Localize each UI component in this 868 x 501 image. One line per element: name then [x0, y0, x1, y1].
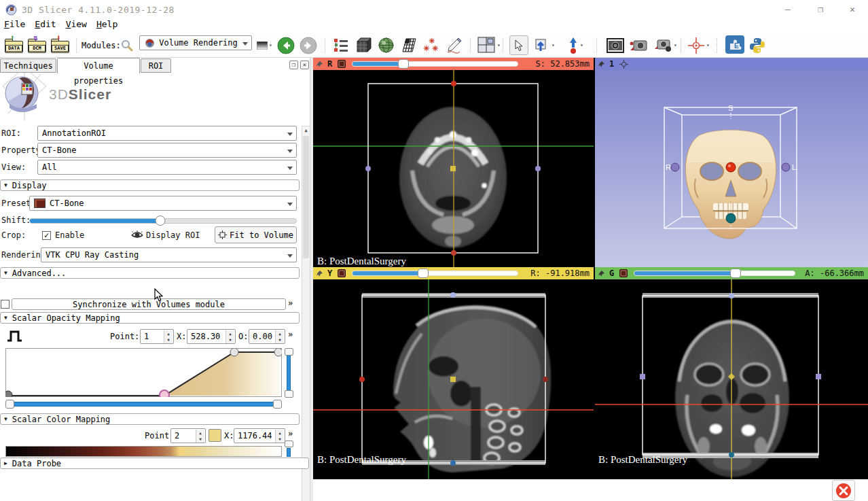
yellow-slice-slider-handle[interactable]: [418, 269, 429, 278]
roi-handle-top[interactable]: [729, 293, 734, 298]
pushpin-icon[interactable]: [316, 61, 323, 68]
markups-module-button[interactable]: ✳✳✳: [423, 35, 441, 55]
tf-point-1-selected[interactable]: [160, 390, 169, 397]
red-slice-slider-handle[interactable]: [398, 59, 409, 69]
units-button[interactable]: ▾: [568, 35, 583, 55]
roi-handle-bottom[interactable]: [450, 460, 456, 466]
slice-link-icon[interactable]: [619, 269, 628, 277]
roi-handle-left[interactable]: [640, 374, 645, 379]
rendering-combobox[interactable]: VTK CPU Ray Casting: [41, 247, 297, 262]
color-section-header[interactable]: ▼Scalar Color Mapping: [0, 413, 300, 425]
menu-view[interactable]: View: [66, 19, 87, 29]
roi-handle-bottom[interactable]: [729, 452, 734, 457]
roi-3d-handle-right[interactable]: [671, 163, 679, 171]
pushpin-icon[interactable]: [598, 61, 605, 68]
module-selector[interactable]: Volume Rendering: [139, 35, 252, 50]
tf-point-0[interactable]: [5, 391, 12, 397]
maximize-button[interactable]: ❒: [810, 4, 831, 15]
red-slice-view[interactable]: [313, 70, 594, 267]
opacity-vrange-handle-top[interactable]: [285, 348, 293, 356]
roi-3d-handle-bottom[interactable]: [726, 213, 736, 223]
minimize-button[interactable]: —: [778, 4, 798, 15]
tab-roi[interactable]: ROI: [141, 58, 171, 73]
roi-handle-center[interactable]: [450, 377, 456, 382]
roi-combobox[interactable]: AnnotationROI: [37, 126, 297, 141]
extensions-manager-button[interactable]: E: [725, 35, 744, 54]
sync-volumes-button[interactable]: Synchronize with Volumes module: [12, 298, 286, 310]
panel-undock-button[interactable]: ❐: [289, 61, 298, 69]
models-module-button[interactable]: [378, 35, 395, 55]
menu-file[interactable]: File: [4, 19, 25, 29]
history-forward-button[interactable]: [300, 35, 317, 55]
roi-handle-left[interactable]: [365, 166, 371, 171]
color-x-spinbox[interactable]: 1176.44▲▼: [234, 428, 285, 443]
data-probe-header[interactable]: ▶Data Probe: [0, 457, 309, 469]
sync-expand-button[interactable]: »: [288, 298, 293, 308]
opacity-o-spinbox[interactable]: 0.00▲▼: [249, 329, 285, 344]
roi-handle-left[interactable]: [359, 377, 365, 382]
roi-3d-handle-front[interactable]: [726, 162, 736, 172]
advanced-section-header[interactable]: ▼Advanced...: [0, 267, 300, 279]
data-module-button[interactable]: [355, 35, 372, 55]
roi-handle-top[interactable]: [451, 81, 456, 86]
opacity-transfer-chart[interactable]: [5, 348, 282, 397]
tf-point-3[interactable]: [274, 348, 282, 356]
opacity-expand-button[interactable]: »: [288, 330, 293, 339]
tab-techniques[interactable]: Techniques: [0, 58, 56, 73]
sync-volumes-checkbox[interactable]: [1, 300, 10, 309]
opacity-vrange-slider[interactable]: [285, 348, 293, 398]
module-history-button[interactable]: ▾: [257, 35, 272, 55]
threed-view[interactable]: S R L: [595, 70, 868, 267]
opacity-point-spinbox[interactable]: 1▲▼: [140, 329, 174, 344]
green-slice-view[interactable]: [595, 279, 868, 479]
transform-mode-button[interactable]: ▾: [534, 35, 555, 55]
python-console-button[interactable]: [748, 35, 766, 55]
close-button[interactable]: ✕: [842, 4, 863, 15]
roi-handle-center[interactable]: [450, 166, 456, 171]
opacity-hrange-handle-right[interactable]: [273, 400, 282, 409]
subject-hierarchy-button[interactable]: [333, 35, 349, 55]
roi-handle-bottom[interactable]: [451, 250, 456, 256]
display-section-header[interactable]: ▼Display: [0, 179, 300, 191]
shift-slider[interactable]: [29, 218, 297, 224]
yellow-slice-view[interactable]: [313, 279, 594, 479]
tf-point-2[interactable]: [230, 348, 238, 356]
menu-help[interactable]: Help: [96, 19, 117, 29]
roi-handle-right[interactable]: [535, 166, 541, 171]
center-view-icon[interactable]: [619, 60, 628, 69]
module-search-button[interactable]: [121, 35, 133, 55]
transforms-module-button[interactable]: [401, 35, 418, 55]
load-data-button[interactable]: ⬆ DATA: [4, 35, 24, 55]
opacity-x-spinbox[interactable]: 528.30▲▼: [187, 329, 236, 344]
color-swatch-button[interactable]: [209, 429, 221, 442]
opacity-section-header[interactable]: ▼Scalar Opacity Mapping: [0, 312, 300, 324]
display-roi-eye-icon[interactable]: [131, 230, 143, 240]
layout-button[interactable]: ▾: [477, 35, 501, 55]
opacity-hrange-handle-left[interactable]: [5, 400, 14, 409]
preset-combobox[interactable]: CT-Bone: [29, 196, 297, 211]
panel-close-button[interactable]: ✕: [300, 61, 309, 69]
fit-to-volume-button[interactable]: Fit to Volume: [215, 226, 297, 243]
notification-close-button[interactable]: [832, 480, 855, 501]
crosshair-button[interactable]: ▾: [687, 35, 710, 55]
color-vrange-slider[interactable]: [285, 440, 293, 457]
screenshot-button[interactable]: [607, 35, 624, 55]
pushpin-icon[interactable]: [598, 270, 605, 277]
roi-handle-right[interactable]: [816, 374, 821, 379]
green-slice-slider[interactable]: [634, 271, 795, 276]
slice-link-icon[interactable]: [338, 60, 346, 68]
red-slice-slider[interactable]: [352, 61, 518, 67]
scene-view-restore-button[interactable]: ▾: [653, 35, 677, 55]
scene-view-button[interactable]: [629, 35, 648, 55]
color-gradient-bar[interactable]: [5, 446, 282, 457]
slice-link-icon[interactable]: [338, 269, 346, 277]
save-button[interactable]: ⬇ SAVE: [50, 35, 71, 55]
roi-handle-top[interactable]: [450, 292, 456, 298]
view-combobox[interactable]: All: [37, 160, 297, 175]
shift-slider-handle[interactable]: [156, 215, 166, 226]
opacity-hrange-slider[interactable]: [5, 400, 282, 409]
property-combobox[interactable]: CT-Bone: [37, 143, 297, 158]
roi-handle-right[interactable]: [543, 377, 548, 382]
green-slice-slider-handle[interactable]: [730, 269, 741, 278]
opacity-vrange-handle-bottom[interactable]: [285, 390, 293, 398]
